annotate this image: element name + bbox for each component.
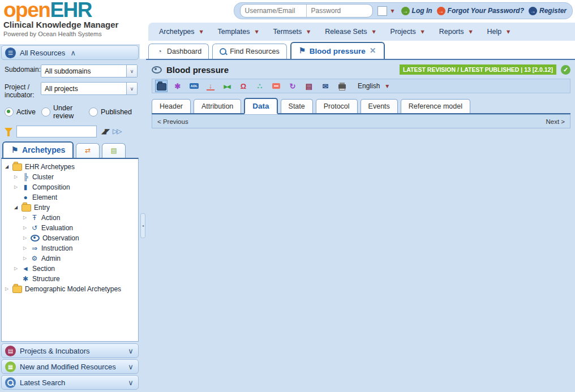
workspace-tab-find-resources[interactable]: Find Resources [212, 44, 287, 59]
toolbar-ribbon-icon[interactable]: Ω [237, 80, 250, 92]
tree-item-section[interactable]: ▷◄Section [2, 264, 138, 274]
resource-tab-reference-model[interactable]: Reference model [401, 99, 470, 113]
resource-tab-data[interactable]: Data [244, 98, 277, 114]
accordion-latest-search[interactable]: Latest Search∨ [1, 375, 139, 390]
previous-link[interactable]: < Previous [157, 118, 188, 125]
menu-item-projects[interactable]: Projects▾ [384, 23, 433, 41]
tree-item-demographic-model-archetypes[interactable]: ▷Demographic Model Archetypes [2, 284, 138, 294]
resource-tab-state[interactable]: State [281, 99, 313, 113]
accordion-label: Latest Search [20, 378, 65, 387]
expander-icon[interactable]: ▷ [4, 286, 10, 291]
tree-item-observation[interactable]: ▷Observation [2, 233, 138, 243]
new-modified-icon: ▦ [8, 364, 13, 370]
toolbar-download-icon[interactable]: ↓ [204, 80, 217, 92]
splitter-collapse-handle[interactable]: ◂ [140, 213, 145, 238]
resource-tab-protocol[interactable]: Protocol [316, 99, 358, 113]
expander-icon[interactable]: ▷ [22, 256, 28, 261]
expander-icon[interactable]: ▷ [13, 266, 19, 271]
toolbar-envelope-icon[interactable]: ✉ [319, 80, 332, 92]
expander-icon[interactable]: ▷ [13, 184, 19, 189]
eye-icon [152, 66, 162, 74]
accordion-new-and-modified-resources[interactable]: ▦New and Modified Resources∨ [1, 359, 139, 374]
toolbar-collapse-arrows-icon[interactable]: ▸◂ [221, 80, 233, 92]
menu-item-termsets[interactable]: Termsets▾ [267, 23, 319, 41]
expander-icon[interactable]: ▷ [22, 215, 28, 220]
menu-item-help[interactable]: Help▾ [481, 23, 519, 41]
chevron-down-icon[interactable]: ∨ [127, 347, 135, 355]
forgot-password-link[interactable]: → Forgot Your Password? [437, 7, 524, 15]
resource-tab-attribution[interactable]: Attribution [194, 99, 241, 113]
tree-item-ehr-archetypes[interactable]: ◢EHR Archetypes [2, 162, 138, 172]
sidebar-tab-bar: ⚑ Archetypes ⇄ ▤ [1, 142, 140, 158]
panel-splitter[interactable]: ◂ [140, 59, 146, 392]
expander-icon[interactable]: ▷ [22, 245, 28, 251]
expander-icon[interactable]: ◢ [13, 205, 19, 210]
tree-item-structure[interactable]: ✱Structure [2, 274, 138, 284]
close-icon[interactable]: ✕ [369, 47, 377, 55]
composition-icon: ▮ [22, 184, 29, 191]
tree-item-composition[interactable]: ▷▮Composition [2, 182, 138, 192]
caret-down-icon[interactable]: ▾ [389, 7, 397, 14]
tree-item-label: Structure [32, 275, 60, 283]
menu-item-archetypes[interactable]: Archetypes▾ [153, 23, 212, 41]
fast-forward-icon[interactable]: ▷▷ [113, 128, 121, 135]
remember-me-checkbox[interactable] [377, 6, 387, 16]
sidebar-tab-archetypes[interactable]: ⚑ Archetypes [2, 141, 74, 158]
resource-title-row: Blood pressure LATEST REVISION / LATEST … [152, 64, 570, 75]
project-select[interactable]: All projects ∨ [41, 82, 138, 95]
expander-icon[interactable]: ▷ [22, 235, 28, 240]
tree-item-instruction[interactable]: ▷⇒Instruction [2, 243, 138, 253]
sidebar-tab-scroll[interactable]: ▤ [102, 143, 126, 158]
toolbar-archive-box-icon[interactable] [270, 80, 282, 92]
expander-icon[interactable]: ◢ [4, 164, 10, 169]
resource-tab-events[interactable]: Events [361, 99, 398, 113]
tree-filter-input[interactable] [16, 126, 97, 137]
dropdown-arrow-icon[interactable]: ∨ [126, 65, 137, 77]
tree-item-admin[interactable]: ▷⚙Admin [2, 253, 138, 264]
arrow-circle-icon: → [401, 7, 410, 15]
tree-item-entry[interactable]: ◢Entry [2, 203, 138, 213]
accordion-label: Projects & Incubators [20, 347, 90, 355]
dropdown-arrow-icon[interactable]: ∨ [126, 83, 137, 94]
chevron-down-icon[interactable]: ∨ [127, 379, 135, 386]
tree-item-cluster[interactable]: ▷╠Cluster [2, 172, 138, 182]
password-field[interactable] [306, 5, 372, 17]
expander-icon[interactable]: ▷ [13, 174, 19, 179]
radio-label: Published [101, 108, 132, 116]
toolbar-adl-document-icon[interactable]: ADL [188, 80, 200, 92]
tree-item-action[interactable]: ▷ŦAction [2, 213, 138, 223]
subdomain-select[interactable]: All subdomains ∨ [41, 64, 138, 77]
username-field[interactable] [241, 5, 306, 17]
resource-tab-header[interactable]: Header [152, 99, 191, 113]
accordion-projects-incubators[interactable]: ▤Projects & Incubators∨ [1, 343, 139, 358]
next-link[interactable]: Next > [546, 118, 565, 125]
workspace-tab-blood-pressure[interactable]: ⚑Blood pressure✕ [290, 42, 385, 59]
toolbar-share-icon[interactable]: ∴ [254, 80, 266, 92]
chevron-down-icon[interactable]: ∨ [127, 363, 135, 371]
radio-published[interactable] [89, 107, 98, 117]
folder-icon [157, 83, 166, 91]
register-link[interactable]: → Register [529, 7, 567, 15]
tree-item-evaluation[interactable]: ▷↺Evaluation [2, 223, 138, 233]
toolbar-folder-icon[interactable] [155, 80, 168, 92]
toolbar-spiral-arrows-icon[interactable]: ↻ [286, 80, 299, 92]
sort-triangles-icon[interactable]: ◢◤ [101, 128, 109, 135]
workspace-tab-dashboard[interactable]: ◔Dashboard [148, 44, 209, 59]
scroll-icon: ▤ [110, 147, 118, 154]
toolbar-printer-icon[interactable] [336, 80, 348, 92]
menu-item-reports[interactable]: Reports▾ [433, 23, 481, 41]
menu-item-templates[interactable]: Templates▾ [212, 23, 267, 41]
tree-item-element[interactable]: ●Element [2, 192, 138, 203]
sidebar-tab-swap[interactable]: ⇄ [76, 143, 100, 158]
language-select[interactable]: English▾ [358, 82, 391, 90]
log-in-button[interactable]: → Log In [401, 7, 432, 15]
radio-active[interactable] [5, 107, 14, 117]
menu-item-release-sets[interactable]: Release Sets▾ [319, 23, 384, 41]
chevron-up-icon[interactable]: ∧ [69, 49, 77, 57]
revision-badge: LATEST REVISION / LATEST PUBLISHED | 13 … [400, 64, 556, 75]
radio-under-review[interactable] [41, 107, 50, 117]
expander-icon[interactable]: ▷ [22, 225, 28, 230]
all-resources-header[interactable]: ☰ All Resources ∧ [1, 45, 139, 60]
toolbar-asterisk-icon[interactable]: ✱ [171, 80, 184, 92]
toolbar-briefcase-icon[interactable]: ▤ [303, 80, 315, 92]
